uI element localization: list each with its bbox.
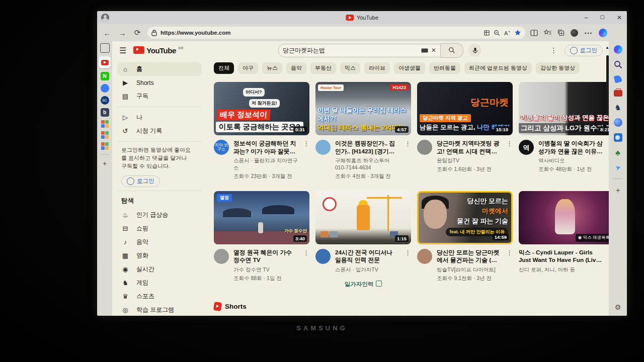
- video-title[interactable]: 믹스 - Cyndi Lauper - Girls Just Want To H…: [519, 249, 603, 264]
- sidebar-item-movies[interactable]: ▦영화: [117, 249, 202, 262]
- voice-search-button[interactable]: [468, 44, 481, 57]
- sidebar-games-icon[interactable]: ♞: [614, 103, 622, 112]
- video-thumbnail[interactable]: House Tour H1423 이번 달 나들이는 우리집 테라스에서?! 억…: [315, 82, 411, 135]
- copilot-icon[interactable]: [599, 29, 607, 37]
- sidebar-item-gaming[interactable]: ♞게임: [117, 276, 202, 290]
- video-title[interactable]: 정보석이 궁금해하던 치과는? 이가 아파 잘못씹으시나요? 플란치과에...: [233, 140, 298, 155]
- back-icon[interactable]: ←: [102, 29, 112, 37]
- sidebar-signin-button[interactable]: 로그인: [121, 175, 160, 187]
- sidebar-item-trending[interactable]: ♨인기 급상승: [117, 208, 202, 222]
- rail-youtube-icon[interactable]: [99, 56, 111, 68]
- address-bar[interactable]: https://www.youtube.com A: [147, 27, 525, 39]
- refresh-icon[interactable]: ⟳: [132, 28, 142, 37]
- minimize-button[interactable]: –: [585, 14, 588, 21]
- sidebar-item-subscriptions[interactable]: ▤구독: [117, 89, 202, 103]
- header-more-icon[interactable]: ⋮: [550, 46, 557, 54]
- restore-button[interactable]: ▢: [600, 14, 604, 21]
- chip-music[interactable]: 음악: [286, 62, 306, 74]
- channel-name[interactable]: 스폰서 · 플란치과 치아연구소: [233, 157, 298, 171]
- chip-news[interactable]: 뉴스: [262, 62, 282, 74]
- search-input[interactable]: 당근마켓파는법 ✕: [278, 44, 441, 57]
- clear-search-icon[interactable]: ✕: [431, 47, 436, 54]
- chip-realestate[interactable]: 부동산: [310, 62, 336, 74]
- channel-name[interactable]: 역사비디오: [538, 157, 603, 164]
- video-title[interactable]: 당근마켓 지역타겟팅 광고! 언택트 시대 컨택트 전략! (feat.두 번의…: [437, 140, 502, 155]
- sidebar-copilot-icon[interactable]: [614, 45, 622, 54]
- channel-avatar[interactable]: [315, 140, 331, 155]
- video-thumbnail[interactable]: 열정 가수 정수연 3:40: [214, 191, 309, 244]
- sidebar-shopping-icon[interactable]: [613, 74, 622, 83]
- video-card[interactable]: 열정 가수 정수연 3:40 열정 원곡 혜은이 가수 정수연 TV 가수 정수…: [214, 191, 309, 288]
- sidebar-item-courses[interactable]: ◎학습 프로그램: [117, 303, 202, 316]
- sidebar-item-home[interactable]: ⌂홈: [117, 62, 202, 76]
- hamburger-menu-icon[interactable]: ☰: [119, 46, 126, 55]
- sidebar-messaging-icon[interactable]: ➤: [612, 162, 623, 173]
- video-options-icon[interactable]: ⋮: [303, 140, 309, 180]
- video-options-icon[interactable]: ⋮: [405, 249, 411, 273]
- sidebar-item-shopping[interactable]: ⊟쇼핑: [117, 222, 202, 235]
- rail-microsoft-app-icon[interactable]: [101, 120, 109, 128]
- close-button[interactable]: ✕: [617, 14, 622, 21]
- video-card[interactable]: 이병철의 딸이 삼성과 연을 끊은 이유 그리고 삼성과 LG가 원수간 된 8…: [519, 82, 614, 180]
- video-card[interactable]: 당근마켓 당근마켓 지역 광고 남들은 모르는 광고, 나만 해봤지 10:10…: [417, 82, 513, 180]
- channel-avatar[interactable]: [214, 249, 229, 264]
- channel-avatar[interactable]: [417, 249, 432, 264]
- sponsored-link[interactable]: 일가자인력: [315, 280, 411, 288]
- search-button[interactable]: [441, 43, 463, 58]
- video-card[interactable]: 어디서? 저 찾거든요! 배우 정보석이 이토록 궁금해하는 곳은? 0:31 …: [214, 82, 309, 180]
- sidebar-tools-icon[interactable]: [614, 90, 622, 97]
- sidebar-item-shorts[interactable]: ▶Shorts: [117, 76, 202, 89]
- rewards-icon[interactable]: [571, 29, 578, 37]
- video-title[interactable]: 이병철의 딸 이숙희가 삼성가와 연을 끊은 이유는 무엇일까: [538, 140, 603, 155]
- workspaces-icon[interactable]: [100, 43, 110, 53]
- rail-microsoft-app-icon[interactable]: [101, 142, 109, 150]
- settings-gear-icon[interactable]: ⚙: [614, 303, 622, 312]
- video-title[interactable]: 24시간 전국 어디서나 일용직 인력 전문: [335, 249, 400, 264]
- rail-sc-app-icon[interactable]: SC: [101, 96, 109, 105]
- video-thumbnail[interactable]: 어디서? 저 찾거든요! 배우 정보석이 이토록 궁금해하는 곳은? 0:31: [214, 82, 309, 135]
- rail-b-app-icon[interactable]: b: [101, 108, 109, 117]
- signin-button[interactable]: 로그인: [565, 45, 603, 56]
- channel-avatar[interactable]: [417, 140, 432, 155]
- channel-avatar[interactable]: [315, 249, 331, 264]
- chip-watched[interactable]: 감상한 동영상: [536, 62, 580, 74]
- url-text[interactable]: https://www.youtube.com: [160, 30, 480, 36]
- chip-baseball[interactable]: 야구: [238, 62, 258, 74]
- chip-live[interactable]: 라이브: [364, 62, 390, 74]
- rail-microsoft-app-icon[interactable]: [101, 131, 109, 139]
- sidebar-item-sports[interactable]: ♛스포츠: [117, 290, 202, 303]
- channel-avatar[interactable]: 역: [519, 140, 534, 155]
- video-title[interactable]: 당신만 모르는 당근마켓에서 물건파는 기술 (이론편): [437, 249, 502, 264]
- rail-blue-app-icon[interactable]: [101, 84, 109, 93]
- channel-name[interactable]: 구해줘홈즈 하우스투어 010-7144-4634: [335, 157, 400, 171]
- sidebar-m365-icon[interactable]: [614, 118, 622, 127]
- apps-grid-icon[interactable]: [484, 30, 490, 36]
- sidebar-item-history[interactable]: ↺시청 기록: [117, 124, 202, 138]
- chip-all[interactable]: 전체: [214, 62, 234, 74]
- more-menu-icon[interactable]: ⋯: [584, 28, 593, 38]
- forward-icon[interactable]: →: [117, 29, 127, 37]
- video-thumbnail[interactable]: 당근마켓 당근마켓 지역 광고 남들은 모르는 광고, 나만 해봤지 10:10: [417, 82, 513, 135]
- video-options-icon[interactable]: ⋮: [506, 249, 513, 282]
- video-title[interactable]: 이것은 캠핑장인가.. 집인가.. [H1423] [경기광주빌라매매][경기광…: [335, 140, 400, 155]
- video-thumbnail[interactable]: 1:15: [315, 191, 411, 244]
- sidebar-search-icon[interactable]: [614, 60, 622, 69]
- favorite-star-icon[interactable]: [514, 29, 521, 36]
- video-options-icon[interactable]: ⋮: [405, 140, 411, 180]
- zoom-out-icon[interactable]: [494, 30, 500, 36]
- video-thumbnail[interactable]: ◉ 믹스 재생목록: [519, 191, 614, 244]
- channel-name[interactable]: 스폰서 · 일가자TV: [335, 266, 400, 273]
- youtube-logo[interactable]: YouTube KR: [133, 46, 183, 55]
- rail-add-icon[interactable]: +: [101, 159, 109, 168]
- video-card[interactable]: House Tour H1423 이번 달 나들이는 우리집 테라스에서?! 억…: [315, 82, 411, 180]
- sidebar-tree-app-icon[interactable]: ♣: [614, 148, 622, 157]
- sidebar-add-icon[interactable]: ＋: [614, 186, 622, 194]
- chip-pets[interactable]: 반려동물: [429, 62, 460, 74]
- keyboard-icon[interactable]: [421, 48, 428, 53]
- channel-name[interactable]: 밍슐TV[라이프 다이어트]: [437, 266, 502, 273]
- browser-tab[interactable]: YouTube: [346, 15, 378, 21]
- chip-recent[interactable]: 최근에 업로드된 동영상: [464, 62, 532, 74]
- channel-avatar[interactable]: 치아 연구소: [214, 140, 229, 155]
- video-options-icon[interactable]: ⋮: [506, 140, 513, 172]
- collections-icon[interactable]: [557, 29, 565, 36]
